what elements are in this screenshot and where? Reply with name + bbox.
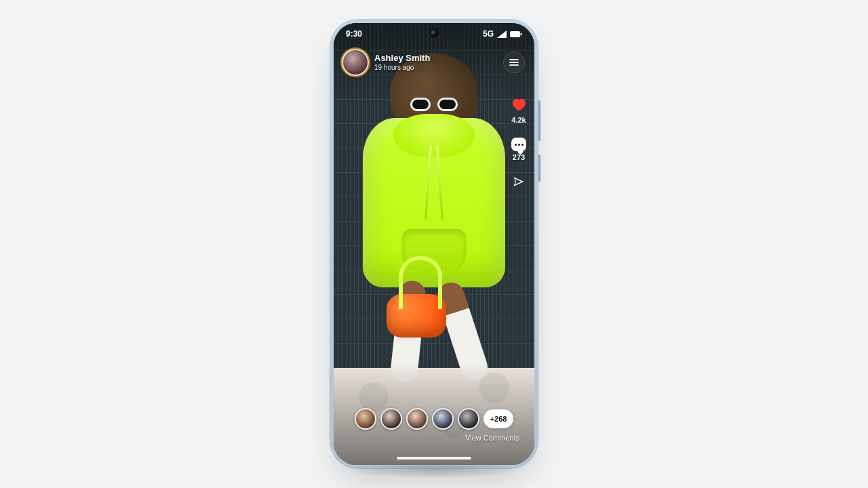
signal-icon: [497, 30, 507, 38]
svg-rect-1: [521, 33, 522, 35]
viewer-avatar[interactable]: [380, 408, 402, 430]
viewer-avatar[interactable]: [458, 408, 479, 430]
battery-icon: [510, 30, 522, 38]
share-button[interactable]: [512, 175, 526, 191]
phone-screen: 9:30 5G Ashley Smith 19 hours ago: [334, 23, 534, 465]
phone-frame: 9:30 5G Ashley Smith 19 hours ago: [330, 19, 538, 469]
heart-icon: [511, 98, 526, 114]
author-name: Ashley Smith: [374, 54, 430, 63]
action-rail: 4.2k 273: [511, 98, 526, 191]
viewers-section: +268 View Comments: [334, 408, 534, 442]
hamburger-icon: [509, 59, 519, 66]
comments-button[interactable]: 273: [511, 138, 526, 161]
menu-button[interactable]: [503, 52, 525, 73]
gesture-bar[interactable]: [397, 457, 471, 460]
comments-count: 273: [513, 153, 525, 161]
status-time: 9:30: [346, 29, 362, 39]
viewer-avatar[interactable]: [432, 408, 454, 430]
network-label: 5G: [483, 29, 494, 39]
author-avatar[interactable]: [342, 49, 369, 76]
chat-icon: [511, 138, 526, 151]
viewer-avatar[interactable]: [355, 408, 376, 430]
viewer-avatars-row: +268: [355, 408, 514, 430]
viewer-avatar[interactable]: [406, 408, 428, 430]
post-header[interactable]: Ashley Smith 19 hours ago: [342, 49, 430, 76]
front-camera-dot: [431, 30, 437, 37]
likes-count: 4.2k: [511, 116, 526, 124]
view-comments-link[interactable]: View Comments: [465, 434, 519, 442]
like-button[interactable]: 4.2k: [511, 98, 526, 124]
post-timestamp: 19 hours ago: [374, 64, 430, 71]
more-viewers-pill[interactable]: +268: [484, 409, 514, 428]
share-icon: [512, 175, 526, 191]
svg-rect-0: [510, 31, 520, 37]
